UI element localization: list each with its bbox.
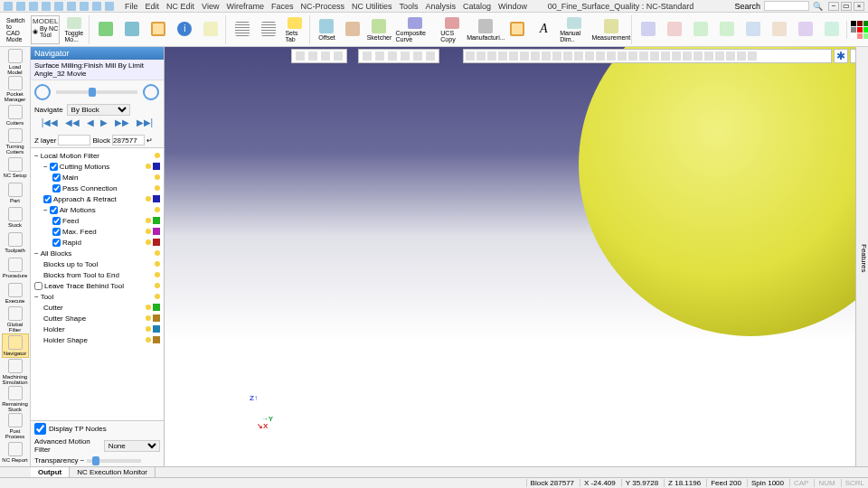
toggle-model-button[interactable]: Toggle Mo...	[61, 15, 87, 44]
step-fwd-button[interactable]: ▶	[100, 117, 108, 127]
vt-icon[interactable]	[426, 52, 435, 61]
tool-button[interactable]	[741, 15, 766, 44]
sidebar-item-machining-simulation[interactable]: Machining Simulation	[2, 359, 29, 385]
viewport[interactable]: ✱ Features Z↑ →Y ↘X	[165, 47, 868, 466]
menu-nc-process[interactable]: NC-Process	[300, 2, 344, 11]
vt-icon[interactable]	[413, 52, 422, 61]
visibility-dot-icon[interactable]	[146, 337, 151, 343]
visibility-dot-icon[interactable]	[146, 196, 151, 202]
tree-node[interactable]: Holder Shape	[33, 334, 162, 345]
offset-button[interactable]: Offset	[314, 15, 339, 44]
qa-icon[interactable]	[4, 2, 13, 11]
expand-icon[interactable]: −	[34, 293, 39, 301]
qa-icon[interactable]	[54, 2, 63, 11]
menu-tools[interactable]: Tools	[399, 2, 418, 11]
vt-icon[interactable]	[683, 52, 692, 61]
close-button[interactable]: ×	[854, 2, 864, 11]
manual-dim-button[interactable]: Manual Dim..	[557, 15, 592, 44]
tool-button[interactable]	[636, 15, 661, 44]
vt-icon[interactable]	[308, 52, 317, 61]
menu-window[interactable]: Window	[498, 2, 527, 11]
tree-checkbox[interactable]	[52, 217, 61, 225]
sidebar-item-cutters[interactable]: Cutters	[2, 103, 29, 127]
qa-icon[interactable]	[16, 2, 25, 11]
color-swatch[interactable]	[153, 336, 160, 343]
vt-icon[interactable]	[661, 52, 670, 61]
visibility-dot-icon[interactable]	[155, 283, 160, 288]
vt-icon[interactable]	[618, 52, 627, 61]
menu-faces[interactable]: Faces	[271, 2, 294, 11]
tree-node[interactable]: Max. Feed	[33, 226, 162, 237]
navigate-mode-select[interactable]: By Block	[67, 104, 130, 116]
vt-icon[interactable]	[704, 52, 713, 61]
sidebar-item-global-filter[interactable]: Global Filter	[2, 306, 29, 333]
highlight-button[interactable]	[505, 15, 530, 44]
sidebar-item-remaining-stock[interactable]: Remaining Stock	[2, 386, 29, 412]
vt-icon[interactable]	[628, 52, 637, 61]
vt-icon[interactable]	[596, 52, 605, 61]
forward-button[interactable]: ▶▶	[115, 117, 129, 127]
tree-checkbox[interactable]	[50, 163, 58, 171]
tree-node[interactable]: Cutter	[33, 302, 162, 313]
visibility-dot-icon[interactable]	[155, 272, 160, 277]
vt-icon[interactable]	[476, 52, 486, 61]
tree-checkbox[interactable]	[52, 228, 61, 236]
vt-icon[interactable]	[574, 52, 583, 61]
vt-icon[interactable]	[520, 52, 529, 61]
tree-checkbox[interactable]	[52, 239, 61, 247]
color-swatch[interactable]	[153, 228, 160, 235]
expand-icon[interactable]: −	[43, 163, 48, 171]
radio-icon[interactable]: ◉	[33, 28, 38, 35]
maximize-button[interactable]: ▭	[841, 2, 852, 11]
visibility-dot-icon[interactable]	[146, 229, 151, 234]
text-button[interactable]: A	[531, 15, 556, 44]
expand-icon[interactable]: −	[43, 206, 48, 214]
vt-icon[interactable]	[498, 52, 507, 61]
tree-node[interactable]: −Cutting Motions	[33, 161, 162, 172]
vt-icon[interactable]	[639, 52, 648, 61]
adv-filter-select[interactable]: None	[104, 440, 160, 452]
tree-node[interactable]: Cutter Shape	[33, 313, 162, 324]
menu-analysis[interactable]: Analysis	[425, 2, 456, 11]
vt-icon[interactable]	[401, 52, 410, 61]
tree-node[interactable]: −Tool	[33, 291, 162, 302]
tool-button[interactable]	[688, 15, 713, 44]
qa-icon[interactable]	[42, 2, 51, 11]
search-icon[interactable]: 🔍	[813, 2, 823, 11]
tool-button[interactable]	[662, 15, 687, 44]
tree-node[interactable]: Main	[33, 172, 162, 183]
vt-icon[interactable]	[585, 52, 594, 61]
tree-node[interactable]: −All Blocks	[33, 248, 162, 258]
visibility-dot-icon[interactable]	[146, 305, 151, 310]
visibility-dot-icon[interactable]	[155, 153, 160, 158]
expand-icon[interactable]: −	[34, 152, 39, 160]
tree-node[interactable]: Rapid	[33, 237, 162, 248]
tree-node[interactable]: Pass Connection	[33, 183, 162, 193]
vt-icon[interactable]	[334, 52, 343, 61]
menu-nc-edit[interactable]: NC Edit	[166, 2, 194, 11]
view-cube-button[interactable]	[93, 15, 118, 44]
rewind-button[interactable]: ◀◀	[65, 117, 80, 127]
vt-icon[interactable]	[509, 52, 518, 61]
view-button[interactable]	[146, 15, 171, 44]
skip-start-button[interactable]: |◀◀	[42, 117, 59, 127]
visibility-dot-icon[interactable]	[146, 218, 151, 223]
color-swatch[interactable]	[153, 239, 160, 246]
tree-checkbox[interactable]	[34, 282, 42, 290]
step-back-button[interactable]: ◀	[87, 117, 94, 127]
search-input[interactable]	[764, 1, 809, 11]
vt-icon[interactable]	[715, 52, 724, 61]
sidebar-item-nc-report[interactable]: NC Report	[2, 440, 29, 465]
sidebar-item-pocket-manager[interactable]: Pocket Manager	[2, 76, 29, 102]
tool-button[interactable]	[714, 15, 740, 44]
tree-node[interactable]: Blocks up to Tool	[33, 258, 162, 269]
vt-icon[interactable]	[672, 52, 681, 61]
speed-slider[interactable]	[56, 90, 137, 94]
qa-icon[interactable]	[29, 2, 38, 11]
visibility-dot-icon[interactable]	[155, 294, 160, 299]
dial-right[interactable]	[143, 84, 159, 100]
visibility-dot-icon[interactable]	[155, 250, 160, 256]
display-tp-checkbox[interactable]: Display TP Nodes	[34, 423, 160, 435]
sidebar-item-stock[interactable]: Stock	[2, 206, 29, 230]
color-swatch[interactable]	[153, 325, 160, 333]
